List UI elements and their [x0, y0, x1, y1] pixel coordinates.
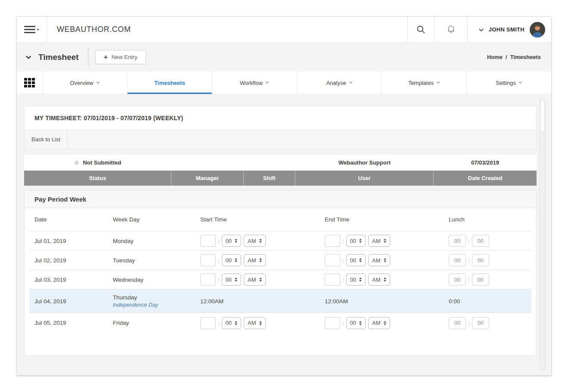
meridiem-value: AM — [248, 320, 256, 326]
stepper-arrows-icon — [259, 239, 262, 243]
end-meridiem-select[interactable]: AM — [368, 317, 390, 329]
content-area: MY TIMESHEET: 07/01/2019 - 07/07/2019 (W… — [17, 94, 551, 376]
meta-manager-value — [171, 155, 244, 171]
tab-analyse[interactable]: Analyse — [297, 72, 382, 94]
new-entry-button[interactable]: + New Entry — [95, 50, 146, 64]
tab-workflow[interactable]: Workflow — [212, 72, 297, 94]
lunch-hours-input[interactable] — [449, 254, 466, 266]
start-hour-input[interactable] — [200, 317, 216, 329]
end-minute-select[interactable]: 00 — [346, 274, 366, 286]
tab-templates[interactable]: Templates — [382, 72, 467, 94]
row-start-time: :00AM — [200, 274, 325, 286]
start-minute-select[interactable]: 00 — [222, 274, 241, 286]
start-hour-input[interactable] — [200, 235, 216, 247]
search-button[interactable] — [407, 17, 434, 42]
row-lunch: : — [449, 274, 526, 286]
weekday-label: Monday — [113, 238, 200, 244]
start-minute-select[interactable]: 00 — [222, 317, 241, 329]
stepper-arrows-icon — [235, 258, 237, 262]
start-meridiem-select[interactable]: AM — [244, 254, 266, 266]
colon-separator: : — [218, 277, 220, 283]
status-dot-icon — [74, 161, 79, 165]
end-hour-input[interactable] — [325, 274, 340, 286]
tab-overview[interactable]: Overview — [43, 72, 127, 94]
lunch-minutes-input[interactable] — [472, 254, 489, 266]
scrollbar-thumb[interactable] — [540, 100, 545, 131]
end-minute-select[interactable]: 00 — [346, 235, 366, 247]
colon-separator: : — [468, 257, 470, 264]
lunch-minutes-input[interactable] — [472, 235, 489, 247]
chevron-down-icon — [265, 80, 269, 84]
plus-icon: + — [104, 54, 108, 61]
new-entry-label: New Entry — [112, 54, 137, 60]
start-meridiem-select[interactable]: AM — [244, 274, 266, 286]
end-time-control: :00AM — [325, 254, 393, 266]
pay-period-title: Pay Period Week — [25, 190, 536, 208]
user-menu[interactable]: JOHN SMITH — [467, 17, 551, 42]
vertical-scrollbar[interactable] — [539, 99, 546, 370]
row-date: Jul 01, 2019 — [34, 238, 113, 244]
colon-separator: : — [218, 320, 220, 326]
pay-period-panel: Pay Period Week Date Week Day Start Time… — [24, 190, 537, 356]
start-minute-select[interactable]: 00 — [222, 254, 241, 266]
end-hour-input[interactable] — [325, 235, 340, 247]
colon-separator: : — [342, 238, 344, 244]
breadcrumb-current: Timesheets — [510, 54, 541, 60]
end-meridiem-select[interactable]: AM — [368, 254, 390, 266]
nav-tabs: OverviewTimesheetsWorkflowAnalyseTemplat… — [43, 72, 551, 94]
page-header: Timesheet + New Entry Home / Timesheets — [17, 43, 551, 72]
row-end-time: :00AM — [325, 235, 449, 247]
minute-value: 00 — [350, 238, 356, 244]
tab-timesheets[interactable]: Timesheets — [127, 72, 212, 94]
lunch-hours-input[interactable] — [449, 235, 466, 247]
start-meridiem-select[interactable]: AM — [244, 317, 266, 329]
pay-period-table: Date Week Day Start Time End Time Lunch … — [25, 208, 536, 355]
row-end-time: :00AM — [325, 274, 449, 286]
hamburger-menu-button[interactable]: ▸ — [17, 17, 47, 42]
colon-separator: : — [218, 257, 220, 264]
lunch-minutes-input[interactable] — [472, 274, 489, 286]
row-start-time: 12:00AM — [200, 298, 325, 305]
notifications-button[interactable] — [434, 17, 467, 42]
colon-separator: : — [468, 238, 470, 244]
start-hour-input[interactable] — [200, 254, 216, 266]
lunch-hours-input[interactable] — [449, 274, 466, 286]
breadcrumb-home-link[interactable]: Home — [487, 54, 503, 60]
start-minute-select[interactable]: 00 — [222, 235, 241, 247]
start-meridiem-select[interactable]: AM — [244, 235, 266, 247]
row-end-time: 12:00AM — [325, 298, 449, 305]
meridiem-value: AM — [248, 277, 256, 283]
end-minute-select[interactable]: 00 — [346, 254, 366, 266]
meta-header-shift: Shift — [244, 171, 295, 186]
meta-date-created-value: 07/03/2019 — [434, 155, 537, 171]
end-minute-select[interactable]: 00 — [346, 317, 366, 329]
tab-settings[interactable]: Settings — [467, 72, 551, 94]
start-hour-input[interactable] — [200, 274, 216, 286]
row-lunch: : — [449, 254, 526, 266]
row-weekday: Friday — [113, 320, 200, 326]
lunch-minutes-input[interactable] — [472, 317, 489, 329]
row-weekday: ThursdayIndependence Day — [113, 294, 200, 308]
module-nav: OverviewTimesheetsWorkflowAnalyseTemplat… — [17, 72, 551, 94]
weekday-label: Thursday — [113, 294, 200, 301]
user-name: JOHN SMITH — [489, 26, 525, 33]
minute-value: 00 — [226, 277, 232, 283]
chevron-down-icon — [479, 26, 484, 31]
lunch-value: 0:00 — [449, 298, 460, 305]
end-hour-input[interactable] — [325, 317, 340, 329]
brand-logo-text: WEBAUTHOR.COM — [47, 25, 131, 34]
grid-icon — [24, 78, 35, 87]
end-meridiem-select[interactable]: AM — [368, 235, 390, 247]
lunch-hours-input[interactable] — [449, 317, 466, 329]
minute-value: 00 — [226, 238, 232, 244]
back-to-list-button[interactable]: Back to List — [25, 130, 68, 149]
end-meridiem-select[interactable]: AM — [368, 274, 390, 286]
timesheet-row: Jul 05, 2019Friday:00AM:00AM: — [29, 313, 531, 333]
end-time-control: :00AM — [325, 274, 393, 286]
end-hour-input[interactable] — [325, 254, 340, 266]
apps-grid-button[interactable] — [17, 72, 43, 94]
row-date: Jul 05, 2019 — [34, 320, 113, 326]
start-time-control: :00AM — [200, 235, 268, 247]
colon-separator: : — [218, 238, 220, 244]
collapse-chevron-icon[interactable] — [26, 54, 31, 59]
